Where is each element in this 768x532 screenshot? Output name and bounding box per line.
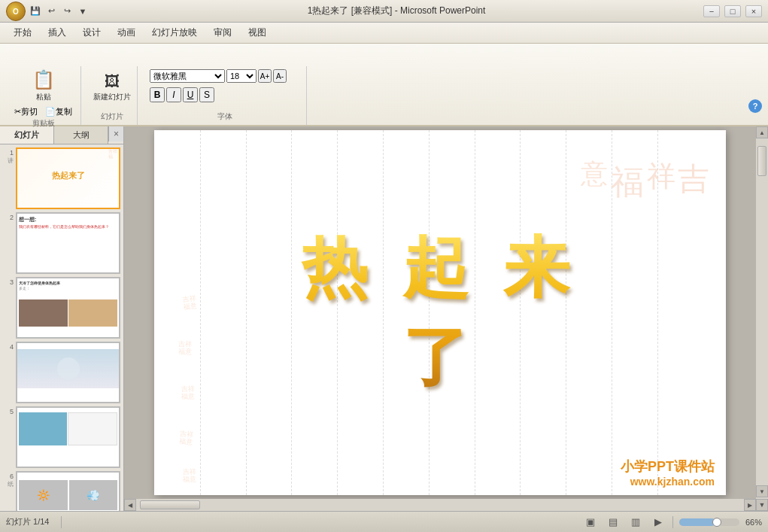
slide-number-4: 4 bbox=[3, 342, 14, 351]
minimize-button[interactable]: − bbox=[703, 5, 720, 17]
underline-button[interactable]: U bbox=[183, 87, 198, 102]
slideshow-button[interactable]: ▶ bbox=[650, 515, 666, 529]
stamp-deco-3: 吉祥福意 bbox=[181, 386, 195, 402]
scroll-left-button[interactable]: ◀ bbox=[124, 499, 136, 511]
ribbon-group-font: 微软雅黑 18 A+ A- B I U S 字体 bbox=[144, 66, 307, 125]
font-group-label: 字体 bbox=[217, 111, 232, 122]
stamp-deco-1: 吉祥福意 bbox=[182, 295, 197, 311]
thumb-heater: 🔆 bbox=[19, 480, 68, 510]
slide-thumb-content-4 bbox=[17, 343, 119, 402]
slide-number-5: 5 bbox=[3, 406, 14, 415]
thumb-photo-4 bbox=[17, 349, 119, 388]
slides-group-label: 幻灯片 bbox=[101, 111, 123, 122]
list-item: 2 想一想: 我们衣有哪些材料，它们是怎么帮助我们身体热起来？ bbox=[3, 212, 120, 274]
save-quick-btn[interactable]: 💾 bbox=[29, 5, 42, 18]
menu-animation[interactable]: 动画 bbox=[110, 24, 143, 41]
guide-line-11 bbox=[657, 130, 658, 495]
stamp-deco-2: 吉祥福意 bbox=[178, 341, 192, 357]
copy-button[interactable]: 📄复制 bbox=[43, 105, 74, 118]
paste-button[interactable]: 📋 粘贴 bbox=[25, 69, 62, 102]
new-slide-button[interactable]: 🖼 新建幻灯片 bbox=[93, 69, 131, 105]
slide-thumb-content-5 bbox=[17, 408, 119, 467]
vscroll-track[interactable] bbox=[757, 138, 767, 485]
undo-quick-btn[interactable]: ↩ bbox=[44, 5, 58, 18]
slide-title-area[interactable]: 热 起 来 了 bbox=[297, 223, 583, 403]
tab-slides[interactable]: 幻灯片 bbox=[0, 126, 54, 144]
slide-main-title: 热 起 来 了 bbox=[297, 223, 583, 403]
window-controls: − □ × bbox=[703, 5, 762, 17]
zoom-fill bbox=[679, 518, 715, 526]
quick-access-toolbar: 💾 ↩ ↪ ▼ bbox=[29, 5, 90, 18]
menu-insert[interactable]: 插入 bbox=[41, 24, 74, 41]
thumb-images-3 bbox=[17, 298, 119, 328]
scroll-right-button[interactable]: ▶ bbox=[744, 499, 756, 511]
menu-start[interactable]: 开始 bbox=[6, 24, 39, 41]
zoom-thumb[interactable] bbox=[712, 518, 721, 527]
main-area: 幻灯片 大纲 × 1讲 吉祥福 热起来了 2 想一想: bbox=[0, 126, 768, 511]
thumb-content-5 bbox=[17, 411, 119, 447]
menu-design[interactable]: 设计 bbox=[75, 24, 108, 41]
scroll-up-button[interactable]: ▲ bbox=[756, 126, 768, 138]
slide-number-2: 2 bbox=[3, 212, 14, 221]
menu-review[interactable]: 审阅 bbox=[206, 24, 239, 41]
hscroll-track[interactable] bbox=[136, 500, 744, 510]
slide-thumb-content-2: 想一想: 我们衣有哪些材料，它们是怎么帮助我们身体热起来？ bbox=[17, 214, 119, 272]
restore-button[interactable]: □ bbox=[724, 5, 741, 17]
thumb-unit bbox=[68, 412, 117, 445]
normal-view-button[interactable]: ▣ bbox=[582, 515, 599, 529]
thumb-title-1: 热起来了 bbox=[17, 170, 119, 181]
decrease-font-btn[interactable]: A- bbox=[273, 69, 287, 83]
slide-thumb-3[interactable]: 天冷了怎样使身体热起来 多走： bbox=[16, 277, 120, 339]
list-item: 3 天冷了怎样使身体热起来 多走： bbox=[3, 277, 120, 339]
slide-sorter-button[interactable]: ▤ bbox=[605, 515, 621, 529]
vscroll-thumb[interactable] bbox=[757, 146, 766, 176]
status-bar: 幻灯片 1/14 ▣ ▤ ▥ ▶ 66% bbox=[0, 511, 768, 532]
slide-thumb-2[interactable]: 想一想: 我们衣有哪些材料，它们是怎么帮助我们身体热起来？ bbox=[16, 212, 120, 274]
slide-thumb-4[interactable] bbox=[16, 342, 120, 403]
ribbon-content: 📋 粘贴 ✂剪切 📄复制 剪贴板 🖼 新建幻灯片 幻灯片 bbox=[6, 66, 762, 125]
status-divider-2 bbox=[672, 516, 673, 528]
guide-line-10 bbox=[612, 130, 612, 495]
menu-slideshow[interactable]: 幻灯片放映 bbox=[144, 24, 205, 41]
thumb-label-3: 天冷了怎样使身体热起来 bbox=[17, 278, 119, 286]
thumb-deco-1: 吉祥福 bbox=[108, 149, 117, 159]
canvas-scroll-wrapper: 吉祥福意 吉祥福意 吉祥福意 吉祥福意 吉祥福意 吉 祥 福 意 热 起 来 了 bbox=[124, 126, 768, 511]
redo-quick-btn[interactable]: ↪ bbox=[60, 5, 74, 18]
menu-view[interactable]: 视图 bbox=[241, 24, 274, 41]
strikethrough-button[interactable]: S bbox=[199, 87, 214, 102]
slide-thumb-content-6: 🔆 💨 bbox=[17, 473, 119, 511]
zoom-slider[interactable] bbox=[679, 518, 739, 526]
scroll-down-button[interactable]: ▼ bbox=[756, 485, 768, 497]
font-family-select[interactable]: 微软雅黑 bbox=[150, 69, 225, 83]
office-button[interactable]: O bbox=[6, 2, 26, 21]
slide-status: 幻灯片 1/14 bbox=[6, 516, 49, 527]
slide-thumb-5[interactable] bbox=[16, 406, 120, 468]
slide-canvas[interactable]: 吉祥福意 吉祥福意 吉祥福意 吉祥福意 吉祥福意 吉 祥 福 意 热 起 来 了 bbox=[154, 130, 726, 495]
more-quick-btn[interactable]: ▼ bbox=[76, 5, 90, 18]
slide-thumb-6[interactable]: 🔆 💨 bbox=[16, 471, 120, 511]
italic-button[interactable]: I bbox=[166, 87, 181, 102]
increase-font-btn[interactable]: A+ bbox=[258, 69, 272, 83]
tab-outline[interactable]: 大纲 bbox=[54, 126, 108, 144]
close-button[interactable]: × bbox=[745, 5, 762, 17]
watermark-line1: 小学PPT课件站 bbox=[621, 458, 715, 476]
thumb-fan: 💨 bbox=[69, 480, 118, 510]
notes-view-button[interactable]: ▥ bbox=[627, 515, 644, 529]
horizontal-scrollbar: ◀ ▶ bbox=[124, 499, 756, 511]
slide-number-6: 6纸 bbox=[3, 471, 14, 488]
panel-close-button[interactable]: × bbox=[108, 126, 123, 141]
scroll-next-slide[interactable]: ▼ bbox=[756, 499, 768, 511]
font-size-select[interactable]: 18 bbox=[226, 69, 257, 83]
list-item: 1讲 吉祥福 热起来了 bbox=[3, 147, 120, 209]
watermark: 小学PPT课件站 www.kjzhan.com bbox=[621, 458, 715, 488]
bold-button[interactable]: B bbox=[150, 87, 165, 102]
hscroll-thumb[interactable] bbox=[140, 500, 200, 509]
thumb-photo-3a bbox=[19, 299, 68, 327]
help-button[interactable]: ? bbox=[748, 99, 762, 113]
ribbon-right: ? bbox=[748, 78, 762, 113]
list-item: 6纸 🔆 💨 bbox=[3, 471, 120, 511]
slide-thumb-1[interactable]: 吉祥福 热起来了 bbox=[16, 147, 120, 209]
zoom-level: 66% bbox=[745, 518, 762, 527]
cut-button[interactable]: ✂剪切 bbox=[12, 105, 40, 118]
ribbon: 📋 粘贴 ✂剪切 📄复制 剪贴板 🖼 新建幻灯片 幻灯片 bbox=[0, 44, 768, 126]
